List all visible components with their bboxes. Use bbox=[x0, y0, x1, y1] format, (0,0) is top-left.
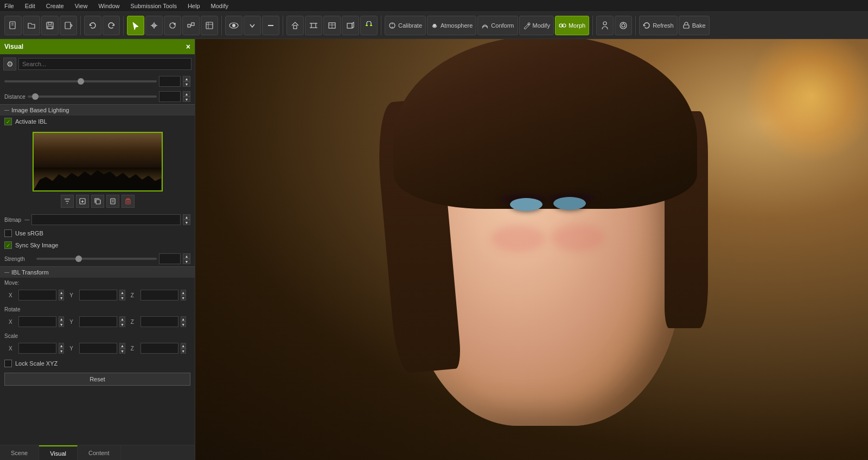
saveas-button[interactable] bbox=[60, 16, 77, 35]
ibl-filter-btn[interactable] bbox=[61, 195, 74, 208]
scale-tool[interactable] bbox=[182, 16, 200, 35]
refresh-button[interactable]: Refresh bbox=[639, 16, 678, 35]
menu-edit[interactable]: Edit bbox=[23, 2, 37, 10]
use-srgb-checkbox[interactable] bbox=[4, 229, 12, 237]
morph-button[interactable]: Morph bbox=[555, 16, 589, 35]
eye-tool[interactable] bbox=[225, 16, 242, 35]
lock-scale-checkbox[interactable] bbox=[4, 360, 12, 367]
home-tool[interactable] bbox=[286, 16, 304, 35]
scale-y-down[interactable]: ▼ bbox=[119, 348, 125, 354]
distance-thumb[interactable] bbox=[32, 93, 39, 100]
scale-z-up[interactable]: ▲ bbox=[181, 343, 186, 348]
tab-content[interactable]: Content bbox=[78, 445, 121, 460]
move-y-input[interactable]: 0.0 bbox=[79, 290, 117, 301]
bake-button[interactable]: Bake bbox=[679, 16, 710, 35]
open-button[interactable] bbox=[23, 16, 40, 35]
redo-button[interactable] bbox=[103, 16, 120, 35]
rotate-z-up[interactable]: ▲ bbox=[181, 316, 186, 322]
rotate-x-down[interactable]: ▼ bbox=[59, 322, 64, 327]
distance-value[interactable] bbox=[159, 91, 181, 102]
rotate-y-down[interactable]: ▼ bbox=[119, 322, 125, 327]
rotate-tool[interactable] bbox=[164, 16, 181, 35]
menu-modify[interactable]: Modify bbox=[209, 2, 231, 10]
scale-x-input[interactable]: 70.0 bbox=[18, 343, 56, 354]
distance-slider[interactable] bbox=[28, 95, 157, 98]
reset-button[interactable]: Reset bbox=[4, 373, 190, 386]
tab-scene[interactable]: Scene bbox=[0, 445, 39, 460]
frame-tool[interactable] bbox=[305, 16, 322, 35]
scale-z-down[interactable]: ▼ bbox=[181, 348, 186, 354]
bitmap-down[interactable]: ▼ bbox=[183, 220, 190, 225]
move-x-down[interactable]: ▼ bbox=[59, 295, 64, 301]
menu-submission[interactable]: Submission Tools bbox=[129, 2, 179, 10]
select-tool[interactable] bbox=[127, 16, 144, 35]
scale-z-input[interactable]: 70.0 bbox=[141, 343, 178, 354]
rotate-x-up[interactable]: ▲ bbox=[59, 316, 64, 322]
menu-view[interactable]: View bbox=[73, 2, 90, 10]
move-z-input[interactable]: 0.0 bbox=[141, 290, 178, 301]
move-y-up[interactable]: ▲ bbox=[119, 290, 125, 295]
sync-sky-checkbox[interactable]: ✓ bbox=[4, 241, 12, 249]
panel-close-icon[interactable]: × bbox=[186, 42, 190, 51]
activate-ibl-checkbox[interactable]: ✓ bbox=[4, 118, 12, 125]
cube-tool[interactable] bbox=[342, 16, 359, 35]
dist-down[interactable]: ▼ bbox=[183, 97, 190, 102]
ibl-import-btn[interactable] bbox=[76, 195, 89, 208]
top-slider-value[interactable]: 94 bbox=[159, 76, 181, 87]
viewport[interactable] bbox=[195, 39, 868, 460]
conform-button[interactable]: Conform bbox=[477, 16, 518, 35]
move-x-up[interactable]: ▲ bbox=[59, 290, 64, 295]
move-x-input[interactable]: 0.0 bbox=[18, 290, 56, 301]
menu-file[interactable]: File bbox=[2, 2, 16, 10]
person-button[interactable] bbox=[596, 16, 614, 35]
bitmap-up[interactable]: ▲ bbox=[183, 214, 190, 220]
move-y-down[interactable]: ▼ bbox=[119, 295, 125, 301]
strength-down[interactable]: ▼ bbox=[183, 259, 190, 264]
transform-tool[interactable] bbox=[201, 16, 218, 35]
transform-collapse-btn[interactable]: — bbox=[4, 270, 9, 275]
scale-x-down[interactable]: ▼ bbox=[59, 348, 64, 354]
save-button[interactable] bbox=[41, 16, 59, 35]
move-z-down[interactable]: ▼ bbox=[181, 295, 186, 301]
rotate-z-down[interactable]: ▼ bbox=[181, 322, 186, 327]
menu-create[interactable]: Create bbox=[44, 2, 66, 10]
scale-y-input[interactable]: 70.0 bbox=[79, 343, 117, 354]
top-slider-thumb[interactable] bbox=[78, 78, 84, 85]
undo-button[interactable] bbox=[84, 16, 101, 35]
ibl-paste-btn[interactable] bbox=[106, 195, 119, 208]
strength-value[interactable]: 150 bbox=[159, 253, 181, 264]
scale-y-up[interactable]: ▲ bbox=[119, 343, 125, 348]
scale-x-up[interactable]: ▲ bbox=[59, 343, 64, 348]
crosshair-tool[interactable] bbox=[145, 16, 163, 35]
menu-help[interactable]: Help bbox=[186, 2, 202, 10]
dash-tool[interactable] bbox=[262, 16, 279, 35]
rotate-x-input[interactable]: 20.0 bbox=[18, 316, 56, 327]
search-input[interactable] bbox=[18, 58, 192, 70]
atmosphere-button[interactable]: Atmosphere bbox=[427, 16, 476, 35]
magnet-tool[interactable] bbox=[360, 16, 378, 35]
ibl-image-preview[interactable] bbox=[33, 132, 163, 191]
down-arrow-tool[interactable] bbox=[244, 16, 261, 35]
rotate-y-input[interactable]: 27.0 bbox=[79, 316, 117, 327]
rotate-y-up[interactable]: ▲ bbox=[119, 316, 125, 322]
top-slider-track[interactable] bbox=[4, 80, 157, 82]
top-spin-up[interactable]: ▲ bbox=[183, 76, 190, 81]
strength-slider[interactable] bbox=[36, 258, 157, 260]
ibl-collapse-btn[interactable]: — bbox=[4, 107, 9, 113]
bitmap-input[interactable] bbox=[31, 214, 181, 225]
ibl-delete-btn[interactable] bbox=[122, 195, 135, 208]
frame2-tool[interactable] bbox=[323, 16, 341, 35]
calibrate-button[interactable]: Calibrate bbox=[385, 16, 426, 35]
tab-visual[interactable]: Visual bbox=[39, 445, 78, 460]
target-button[interactable] bbox=[615, 16, 632, 35]
ibl-copy-btn[interactable] bbox=[91, 195, 104, 208]
modify-button[interactable]: Modify bbox=[519, 16, 554, 35]
dist-up[interactable]: ▲ bbox=[183, 91, 190, 97]
rotate-z-input[interactable]: 337.9 bbox=[141, 316, 178, 327]
strength-thumb[interactable] bbox=[75, 255, 82, 262]
top-spin-down[interactable]: ▼ bbox=[183, 81, 190, 87]
menu-window[interactable]: Window bbox=[96, 2, 122, 10]
move-z-up[interactable]: ▲ bbox=[181, 290, 186, 295]
settings-icon-btn[interactable]: ⚙ bbox=[3, 58, 16, 71]
new-button[interactable] bbox=[4, 16, 22, 35]
